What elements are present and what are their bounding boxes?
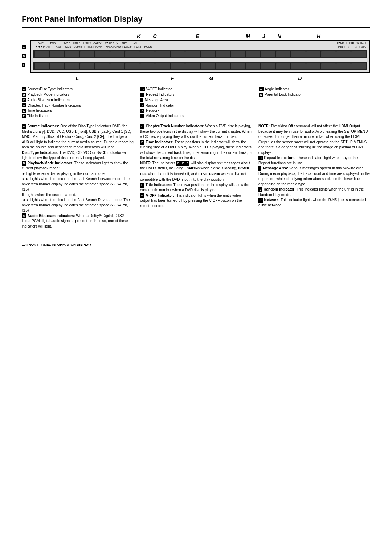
legend-item-M: M Angle Indicator	[259, 87, 370, 91]
segment-display-row2	[33, 62, 367, 70]
display-panel: DMC DVD SVCD USB 1 USB 2 CARD 1 CARD 2 ≻…	[30, 40, 370, 73]
legend-item-H: H Repeat Indicators	[140, 93, 252, 97]
label-K: K	[137, 33, 140, 39]
footer-text: 10 FRONT PANEL INFORMATION DISPLAY	[22, 242, 91, 246]
label-N: N	[278, 33, 281, 39]
side-labels: A B I	[22, 40, 29, 73]
legend-col2: G V-OFF Indicator H Repeat Indicators I …	[140, 87, 252, 119]
legend-item-A: A Source/Disc Type Indicators	[22, 87, 133, 91]
desc-I: I Message Area: Various messages appear …	[258, 166, 370, 187]
desc-DEF-note: NOTE: The Indicators DEF will also displ…	[140, 161, 252, 183]
desc-disc-type: Disc-Type Indicators: The DVD, CD, VCD o…	[22, 150, 134, 161]
desc-A: A Source Indicators: One of the Disc-Typ…	[22, 124, 134, 150]
desc-fast-reverse: ◄◄ Lights when the disc is in the Fast S…	[22, 197, 134, 213]
desc-col3: NOTE: The Video Off command will not aff…	[258, 124, 370, 229]
legend-area: A Source/Disc Type Indicators B Playback…	[22, 87, 370, 119]
legend-col3: M Angle Indicator N Parental Lock Indica…	[259, 87, 370, 119]
legend-item-G: G V-OFF Indicator	[140, 87, 252, 91]
legend-col1: A Source/Disc Type Indicators B Playback…	[22, 87, 133, 119]
legend-item-D: D Chapter/Track Number Indicators	[22, 103, 133, 108]
label-E: E	[196, 33, 199, 39]
desc-voff-note: NOTE: The Video Off command will not aff…	[258, 124, 370, 155]
desc-col2: D Chapter/Track Number Indicators: When …	[140, 124, 252, 229]
label-D: D	[298, 75, 302, 81]
label-F: F	[171, 75, 174, 81]
desc-D: D Chapter/Track Number Indicators: When …	[140, 124, 252, 140]
label-M: M	[246, 33, 250, 39]
legend-item-C: C Audio Bitstream Indicators	[22, 98, 133, 102]
legend-item-N: N Parental Lock Indicator	[259, 93, 370, 97]
desc-F: F Title Indicators: These two positions …	[140, 183, 252, 193]
legend-item-K: K Network	[140, 109, 252, 113]
page-footer: 10 FRONT PANEL INFORMATION DISPLAY	[22, 240, 370, 246]
side-label-I: I	[22, 63, 29, 67]
legend-item-I: I Message Area	[140, 98, 252, 102]
desc-col1: A Source Indicators: One of the Disc-Typ…	[22, 124, 134, 229]
legend-item-J: J Random Indicator	[140, 103, 252, 108]
legend-item-L: L Video Output Indicators	[140, 114, 252, 118]
label-H: H	[317, 33, 320, 39]
desc-area: A Source Indicators: One of the Disc-Typ…	[22, 124, 370, 229]
desc-fast-forward: ►► Lights when the disc is in the Fast S…	[22, 176, 134, 192]
indicator-labels-row1: DMC DVD SVCD USB 1 USB 2 CARD 1 CARD 2 ≻…	[33, 42, 367, 45]
indicator-labels-row2: ◄◄►► ○ II 420i 720ip 1080ip | TITLE | VO…	[33, 45, 367, 49]
desc-J: J Random Indicator: This indicator light…	[258, 187, 370, 197]
desc-play-normal: ► Lights when a disc is playing in the n…	[22, 171, 134, 177]
side-label-B: B	[22, 54, 29, 58]
top-label-row: K C E M J N H	[22, 33, 370, 39]
label-C: C	[153, 33, 156, 39]
desc-H: H Repeat Indicators: These indicators li…	[258, 155, 370, 166]
desc-E: E Time Indicators: These positions in th…	[140, 140, 252, 161]
label-L: L	[75, 75, 79, 81]
side-label-A: A	[22, 45, 29, 49]
desc-K: K Network: This indicator lights when th…	[258, 197, 370, 208]
bottom-label-row: L F G D	[22, 74, 370, 81]
desc-C: C Audio Bitstream Indicators: When a Dol…	[22, 213, 134, 229]
legend-item-E: E Time Indicators	[22, 109, 133, 113]
label-J: J	[262, 33, 265, 39]
legend-item-B: B Playback-Mode Indicators	[22, 93, 133, 97]
label-G: G	[209, 75, 213, 81]
desc-B-header: B Playback-Mode Indicators: These indica…	[22, 161, 134, 171]
page-container: Front Panel Information Display K C E M …	[0, 0, 392, 261]
desc-pause: II Lights when the disc is paused.	[22, 192, 134, 198]
legend-item-F: F Title Indicators	[22, 114, 133, 118]
page-title: Front Panel Information Display	[22, 15, 370, 28]
desc-G: G V-OFF Indicator: This indicator lights…	[140, 193, 252, 209]
segment-display-row1	[33, 50, 367, 58]
